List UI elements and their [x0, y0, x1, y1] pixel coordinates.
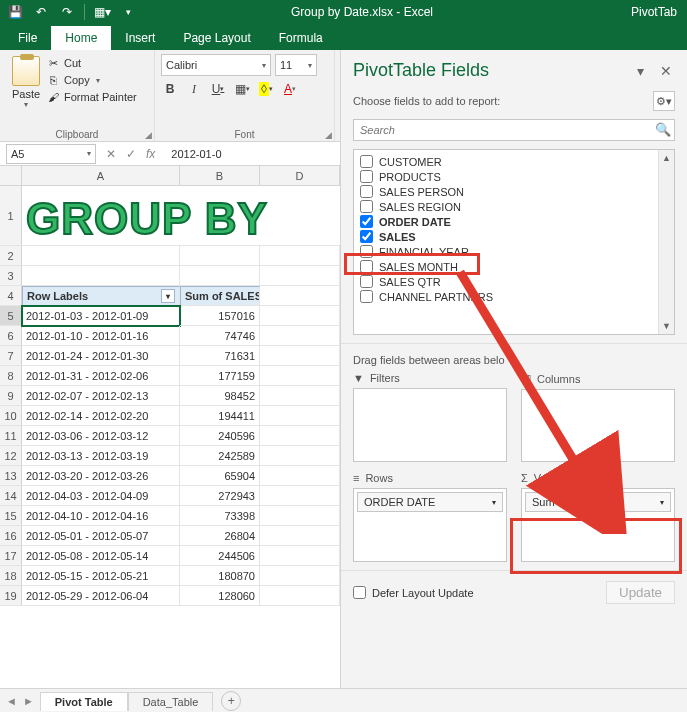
- pivot-header-rowlabels[interactable]: Row Labels▾: [22, 286, 180, 306]
- row-header[interactable]: 8: [0, 366, 22, 386]
- gear-icon[interactable]: ⚙▾: [653, 91, 675, 111]
- search-input[interactable]: [353, 119, 675, 141]
- row-header[interactable]: 16: [0, 526, 22, 546]
- table-cell[interactable]: 240596: [180, 426, 260, 446]
- undo-icon[interactable]: ↶: [32, 3, 50, 21]
- scroll-up-icon[interactable]: ▲: [659, 150, 674, 166]
- row-header[interactable]: 11: [0, 426, 22, 446]
- table-cell[interactable]: 180870: [180, 566, 260, 586]
- fill-color-button[interactable]: ◊▾: [257, 80, 275, 98]
- row-header[interactable]: 9: [0, 386, 22, 406]
- table-cell[interactable]: 272943: [180, 486, 260, 506]
- row-header[interactable]: 17: [0, 546, 22, 566]
- row-header[interactable]: 7: [0, 346, 22, 366]
- table-cell[interactable]: 26804: [180, 526, 260, 546]
- font-name-combo[interactable]: Calibri▾: [161, 54, 271, 76]
- copy-button[interactable]: ⎘Copy▾: [46, 73, 137, 87]
- area-values[interactable]: ΣValues Sum of SALES▾: [521, 472, 675, 562]
- table-cell[interactable]: 2012-05-29 - 2012-06-04: [22, 586, 180, 606]
- table-cell[interactable]: 2012-01-03 - 2012-01-09: [22, 306, 180, 326]
- defer-checkbox[interactable]: [353, 586, 366, 599]
- table-cell[interactable]: 2012-02-14 - 2012-02-20: [22, 406, 180, 426]
- format-painter-button[interactable]: 🖌Format Painter: [46, 90, 137, 104]
- row-header[interactable]: 2: [0, 246, 22, 266]
- bold-button[interactable]: B: [161, 80, 179, 98]
- row-header[interactable]: 1: [0, 186, 22, 246]
- field-checkbox[interactable]: [360, 185, 373, 198]
- tab-home[interactable]: Home: [51, 26, 111, 50]
- col-header-a[interactable]: A: [22, 166, 180, 185]
- scrollbar[interactable]: ▲ ▼: [658, 150, 674, 334]
- row-header[interactable]: 4: [0, 286, 22, 306]
- font-color-button[interactable]: A▾: [281, 80, 299, 98]
- table-cell[interactable]: 177159: [180, 366, 260, 386]
- table-cell[interactable]: 2012-01-31 - 2012-02-06: [22, 366, 180, 386]
- italic-button[interactable]: I: [185, 80, 203, 98]
- field-item[interactable]: SALES MONTH: [356, 259, 672, 274]
- cancel-icon[interactable]: ✕: [106, 147, 116, 161]
- row-field-chip[interactable]: ORDER DATE▾: [357, 492, 503, 512]
- table-cell[interactable]: 74746: [180, 326, 260, 346]
- qat-customize-icon[interactable]: ▾: [119, 3, 137, 21]
- row-header[interactable]: 15: [0, 506, 22, 526]
- table-cell[interactable]: 2012-03-06 - 2012-03-12: [22, 426, 180, 446]
- area-columns[interactable]: ▥Columns: [521, 372, 675, 462]
- field-item[interactable]: SALES: [356, 229, 672, 244]
- value-field-chip[interactable]: Sum of SALES▾: [525, 492, 671, 512]
- add-sheet-button[interactable]: +: [221, 691, 241, 711]
- row-header[interactable]: 13: [0, 466, 22, 486]
- field-item[interactable]: CHANNEL PARTNERS: [356, 289, 672, 304]
- table-cell[interactable]: 65904: [180, 466, 260, 486]
- row-header[interactable]: 12: [0, 446, 22, 466]
- dialog-launcher-icon[interactable]: ◢: [325, 130, 332, 140]
- tab-page-layout[interactable]: Page Layout: [169, 26, 264, 50]
- row-header[interactable]: 5: [0, 306, 22, 326]
- name-box[interactable]: A5▾: [6, 144, 96, 164]
- field-item[interactable]: SALES REGION: [356, 199, 672, 214]
- area-filters[interactable]: ▼Filters: [353, 372, 507, 462]
- area-rows[interactable]: ≡Rows ORDER DATE▾: [353, 472, 507, 562]
- table-cell[interactable]: 2012-05-01 - 2012-05-07: [22, 526, 180, 546]
- tab-file[interactable]: File: [4, 26, 51, 50]
- redo-icon[interactable]: ↷: [58, 3, 76, 21]
- row-header[interactable]: 19: [0, 586, 22, 606]
- field-item[interactable]: FINANCIAL YEAR: [356, 244, 672, 259]
- table-cell[interactable]: 2012-03-13 - 2012-03-19: [22, 446, 180, 466]
- enter-icon[interactable]: ✓: [126, 147, 136, 161]
- table-cell[interactable]: 2012-05-08 - 2012-05-14: [22, 546, 180, 566]
- dialog-launcher-icon[interactable]: ◢: [145, 130, 152, 140]
- tab-formulas[interactable]: Formula: [265, 26, 337, 50]
- sheet-tab[interactable]: Data_Table: [128, 692, 214, 711]
- table-cell[interactable]: 2012-04-10 - 2012-04-16: [22, 506, 180, 526]
- filter-dropdown-icon[interactable]: ▾: [161, 289, 175, 303]
- table-cell[interactable]: 98452: [180, 386, 260, 406]
- search-icon[interactable]: 🔍: [655, 122, 671, 137]
- col-header-d[interactable]: D: [260, 166, 340, 185]
- field-checkbox[interactable]: [360, 155, 373, 168]
- save-icon[interactable]: 💾: [6, 3, 24, 21]
- field-checkbox[interactable]: [360, 275, 373, 288]
- border-button[interactable]: ▦▾: [233, 80, 251, 98]
- field-item[interactable]: CUSTOMER: [356, 154, 672, 169]
- table-cell[interactable]: 2012-03-20 - 2012-03-26: [22, 466, 180, 486]
- font-size-combo[interactable]: 11▾: [275, 54, 317, 76]
- table-cell[interactable]: 71631: [180, 346, 260, 366]
- update-button[interactable]: Update: [606, 581, 675, 604]
- sheet-nav-next-icon[interactable]: ►: [23, 695, 34, 707]
- field-checkbox[interactable]: [360, 200, 373, 213]
- qat-menu-icon[interactable]: ▦▾: [93, 3, 111, 21]
- close-icon[interactable]: ✕: [657, 62, 675, 80]
- field-checkbox[interactable]: [360, 215, 373, 228]
- field-checkbox[interactable]: [360, 260, 373, 273]
- row-header[interactable]: 18: [0, 566, 22, 586]
- table-cell[interactable]: 244506: [180, 546, 260, 566]
- table-cell[interactable]: 2012-01-24 - 2012-01-30: [22, 346, 180, 366]
- scroll-down-icon[interactable]: ▼: [659, 318, 674, 334]
- field-item[interactable]: PRODUCTS: [356, 169, 672, 184]
- col-header-b[interactable]: B: [180, 166, 260, 185]
- row-header[interactable]: 6: [0, 326, 22, 346]
- row-header[interactable]: 10: [0, 406, 22, 426]
- field-checkbox[interactable]: [360, 170, 373, 183]
- select-all-button[interactable]: [0, 166, 22, 185]
- table-cell[interactable]: 73398: [180, 506, 260, 526]
